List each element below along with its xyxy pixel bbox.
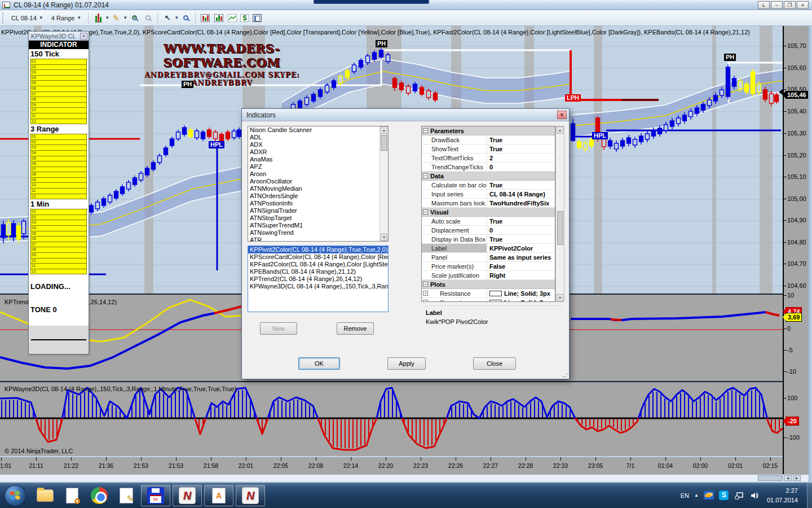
maximize-button[interactable]: ❐ [784,1,796,9]
scroll-down-icon[interactable]: ▼ [381,234,387,241]
close-icon[interactable]: × [80,33,87,40]
dollar-icon[interactable]: $ [240,14,249,22]
scroll-up-icon[interactable]: ▲ [557,126,563,134]
available-indicator-item[interactable]: Aroon [248,170,388,178]
available-indicator-item[interactable]: ATNMovingMedian [248,185,388,192]
available-indicator-item[interactable]: APZ [248,163,388,170]
dialog-close-button[interactable]: Close [473,357,516,370]
new-button[interactable]: New [260,322,297,335]
scroll-down-icon[interactable]: ▼ [557,294,563,301]
selected-indicator-item[interactable]: KPFast2Color(CL 08-14 (4 Range),Color [L… [248,261,388,268]
chevron-down-icon[interactable]: ▼ [105,15,109,20]
zoom-out-icon[interactable] [142,12,153,24]
close-button[interactable]: × [797,1,809,9]
available-indicators-list[interactable]: Nison Candle ScannerADLADXADXRAnaMasAPZA… [248,126,389,242]
weather-tray-icon[interactable] [704,491,714,500]
property-row[interactable]: +SupportLine; Solid; 3px [422,298,555,302]
property-section-data[interactable]: −Data [422,172,555,181]
scrollbar-thumb[interactable] [758,475,783,481]
floppy-app-button[interactable] [141,485,170,506]
available-indicator-item[interactable]: Nison Candle Scanner [248,126,388,134]
selected-indicator-item[interactable]: KPScoreCardColor(CL 08-14 (4 Range),Colo… [248,253,388,261]
available-indicator-item[interactable]: ATNSignalTrader [248,207,388,214]
scrollbar-thumb[interactable] [557,211,563,245]
available-indicator-item[interactable]: ATR [248,237,388,242]
document-app-button[interactable]: A [204,485,233,506]
property-row[interactable]: PanelSame as input series [422,253,555,262]
minimize-button[interactable]: − [771,1,783,9]
volume-tray-icon[interactable] [749,491,760,500]
property-section-visual[interactable]: −Visual [422,208,555,217]
scrollbar-thumb[interactable] [381,135,387,151]
chevron-down-icon[interactable]: ▼ [123,15,127,20]
property-row[interactable]: Calculate on bar closeTrue [422,181,555,190]
chevron-down-icon[interactable]: ▼ [174,15,179,20]
ninjatrader2-app-button[interactable]: N [236,485,265,506]
collapse-icon[interactable]: − [423,209,428,214]
properties-grid[interactable]: −ParametersDrawBackTrueShowTextTrueTextO… [421,126,555,302]
search-taskbar-icon[interactable] [63,486,82,505]
available-indicator-item[interactable]: AnaMas [248,156,388,163]
resize-grip[interactable] [562,372,568,378]
chrome-taskbar-icon[interactable] [90,486,109,505]
line-chart-icon[interactable] [227,12,238,24]
property-row[interactable]: TextOffsetTicks2 [422,154,555,163]
expand-icon[interactable]: + [423,291,428,296]
property-section-parameters[interactable]: −Parameters [422,126,555,135]
selected-indicator-item[interactable]: KPEBands(CL 08-14 (4 Range),21,12) [248,268,388,275]
property-row[interactable]: +ResistanceLine; Solid; 3px [422,289,555,298]
expand-icon[interactable]: + [423,300,428,302]
property-row[interactable]: DrawBackTrue [422,135,555,144]
toolbar-grip[interactable] [2,12,5,24]
cursor-tool-icon[interactable]: ↖ [162,12,173,24]
network-tray-icon[interactable] [734,491,744,500]
zoom-in-icon[interactable] [129,12,140,24]
remove-button[interactable]: Remove [337,322,374,335]
instrument-dropdown[interactable]: CL 08-14▼ [7,13,47,23]
available-indicator-item[interactable]: AroonOscillator [248,178,388,185]
property-section-plots[interactable]: −Plots [422,280,555,289]
collapse-icon[interactable]: − [423,282,428,287]
collapse-icon[interactable]: − [423,173,428,178]
property-row[interactable]: Scale justificationRight [422,271,555,280]
selected-indicators-list[interactable]: KPPivot2Color(CL 08-14 (4 Range),True,Tr… [248,246,389,312]
collapse-icon[interactable]: − [423,128,428,133]
selected-indicator-item[interactable]: KPTrend2(CL 08-14 (4 Range),26,14,12) [248,275,388,283]
chart-analyzer-icon[interactable] [213,12,224,24]
scroll-right-arrow[interactable]: ▶ [793,475,801,481]
available-indicator-item[interactable]: ADL [248,134,388,141]
selected-indicator-item[interactable]: KPWayne3D(CL 08-14 (4 Range),,150,Tick,,… [248,283,388,290]
start-button[interactable] [5,485,26,506]
dialog-titlebar[interactable]: Indicators × [242,109,569,121]
available-list-scrollbar[interactable]: ▲ ▼ [379,126,388,241]
show-desktop-button[interactable] [807,483,812,508]
available-indicator-item[interactable]: ATNOrdersSingle [248,192,388,200]
ok-button[interactable]: OK [298,357,340,370]
property-row[interactable]: Input seriesCL 08-14 (4 Range) [422,190,555,199]
ninjatrader-app-button[interactable]: N [173,485,202,506]
available-indicator-item[interactable]: ADX [248,141,388,148]
drawing-tools-icon[interactable]: ✎ [111,12,122,24]
skype-tray-icon[interactable]: S [719,491,729,500]
property-row[interactable]: TrendChangeTicks0 [422,163,555,172]
horizontal-scrollbar[interactable]: ◀ ▶ [0,474,809,481]
selected-indicator-item[interactable]: KPPivot2Color(CL 08-14 (4 Range),True,Tr… [248,246,388,253]
data-box-icon[interactable] [200,12,211,24]
grid-window-icon[interactable] [251,12,263,24]
properties-scrollbar[interactable]: ▲ ▼ [555,126,564,302]
property-row[interactable]: Auto scaleTrue [422,217,555,226]
tray-expand-icon[interactable]: ▲ [694,493,699,498]
scroll-up-icon[interactable]: ▲ [381,126,387,134]
notepad-taskbar-icon[interactable] [117,486,136,505]
language-indicator[interactable]: EN [681,492,689,499]
link-button[interactable]: L [758,1,770,9]
available-indicator-item[interactable]: ATNswingTrend [248,229,388,237]
available-indicator-item[interactable]: ADXR [248,148,388,156]
property-row[interactable]: LabelKPPivot2Color [422,244,555,253]
property-row[interactable]: ShowTextTrue [422,144,555,154]
dialog-close-icon[interactable]: × [557,111,567,119]
apply-button[interactable]: Apply [387,357,426,370]
panel-separator[interactable] [0,381,783,382]
property-row[interactable]: Display in Data BoxTrue [422,235,555,244]
available-indicator-item[interactable]: ATNSuperTrendM1 [248,222,388,229]
